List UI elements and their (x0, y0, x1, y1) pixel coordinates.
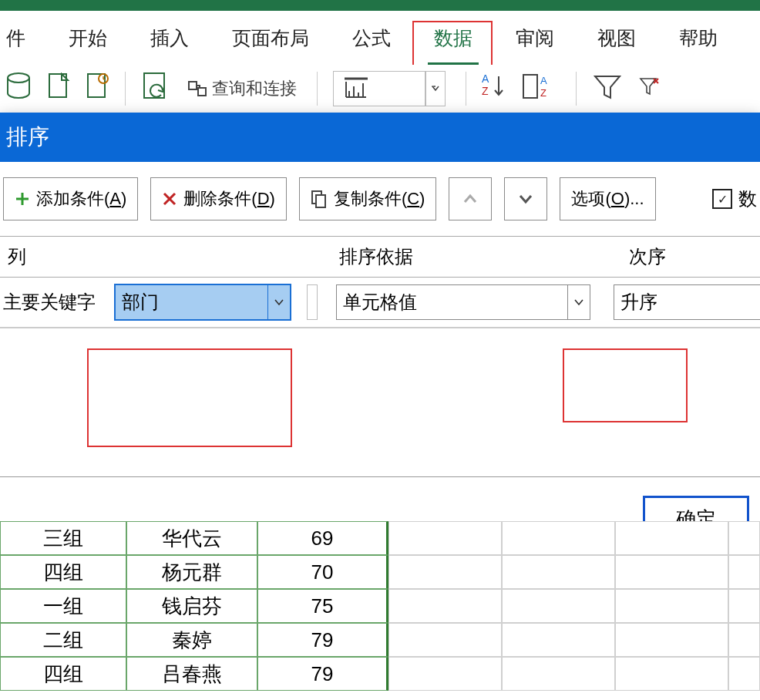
cell[interactable]: 四组 (0, 555, 126, 589)
cell[interactable] (728, 555, 760, 589)
primary-key-label: 主要关键字 (0, 290, 114, 315)
table-row[interactable]: 一组 钱启芬 75 (0, 589, 760, 623)
cell[interactable] (502, 589, 615, 623)
cell[interactable]: 钱启芬 (126, 589, 257, 623)
tab-home[interactable]: 开始 (62, 21, 113, 56)
svg-rect-5 (189, 82, 197, 89)
cell[interactable]: 吕春燕 (126, 657, 257, 691)
chevron-down-icon (519, 194, 533, 204)
cell[interactable] (728, 521, 760, 555)
cell[interactable] (615, 657, 728, 691)
cell[interactable] (388, 623, 502, 657)
table-row[interactable]: 四组 吕春燕 79 (0, 657, 760, 691)
cell[interactable] (388, 521, 502, 555)
sort-column-dropdown[interactable]: 部门 (114, 284, 291, 321)
cell[interactable] (502, 657, 615, 691)
table-row[interactable]: 四组 杨元群 70 (0, 555, 760, 589)
stocks-datatype-icon[interactable] (333, 71, 425, 106)
cell[interactable] (728, 657, 760, 691)
svg-text:A: A (540, 75, 547, 86)
cell[interactable] (728, 589, 760, 623)
x-icon (162, 191, 177, 207)
quick-access-toolbar (0, 0, 760, 11)
cell[interactable] (388, 589, 502, 623)
delete-level-button[interactable]: 删除条件(D) (150, 177, 287, 220)
queries-connections-button[interactable]: 查询和连接 (187, 77, 297, 100)
cell[interactable]: 70 (257, 555, 388, 589)
column-header-order: 次序 (621, 237, 760, 277)
cell[interactable]: 四组 (0, 657, 126, 691)
sort-asc-icon[interactable]: AZ (482, 72, 506, 106)
sort-dialog: 排序 添加条件(A) 删除条件(D) 复制条件(C) (0, 113, 760, 561)
tab-file[interactable]: 件 (0, 21, 32, 56)
svg-point-0 (8, 73, 29, 82)
cell[interactable]: 秦婷 (126, 623, 257, 657)
copy-level-button[interactable]: 复制条件(C) (299, 177, 437, 220)
cell[interactable]: 华代云 (126, 521, 257, 555)
cell[interactable]: 79 (257, 623, 388, 657)
recent-sources-icon[interactable] (86, 72, 109, 105)
svg-rect-2 (88, 74, 105, 97)
split-handle[interactable] (307, 284, 318, 320)
cell[interactable] (615, 521, 728, 555)
column-header-sorton: 排序依据 (331, 237, 621, 277)
move-down-button[interactable] (504, 177, 547, 220)
sort-on-dropdown[interactable]: 单元格值 (336, 284, 590, 320)
cell[interactable]: 75 (257, 589, 388, 623)
filter-icon[interactable] (592, 72, 623, 106)
sort-order-dropdown[interactable]: 升序 (614, 284, 760, 320)
sort-order-value: 升序 (620, 290, 657, 315)
svg-rect-9 (523, 75, 537, 98)
tab-help[interactable]: 帮助 (673, 21, 724, 56)
highlight-column-select (87, 348, 292, 447)
chevron-down-icon (567, 285, 590, 319)
sort-options-button[interactable]: 选项(O)... (560, 177, 655, 220)
queries-connections-label: 查询和连接 (212, 77, 297, 100)
tab-layout[interactable]: 页面布局 (226, 21, 315, 56)
dialog-title: 排序 (0, 113, 760, 162)
table-row[interactable]: 三组 华代云 69 (0, 521, 760, 555)
has-headers-checkbox[interactable]: 数 (712, 187, 757, 211)
tab-formulas[interactable]: 公式 (346, 21, 397, 56)
cell[interactable]: 三组 (0, 521, 126, 555)
cell[interactable]: 一组 (0, 589, 126, 623)
clear-filter-icon[interactable] (638, 76, 661, 102)
ribbon-tabs: 件 开始 插入 页面布局 公式 数据 审阅 视图 帮助 (0, 11, 760, 66)
cell[interactable]: 79 (257, 657, 388, 691)
tab-insert[interactable]: 插入 (144, 21, 195, 56)
cell[interactable] (388, 657, 502, 691)
cell[interactable] (388, 555, 502, 589)
svg-rect-13 (316, 195, 325, 207)
tab-review[interactable]: 审阅 (509, 21, 560, 56)
cell[interactable] (502, 521, 615, 555)
sort-column-value: 部门 (122, 290, 159, 315)
add-level-button[interactable]: 添加条件(A) (3, 177, 138, 220)
refresh-all-icon[interactable] (141, 70, 172, 107)
get-data-icon[interactable] (5, 72, 32, 106)
cell[interactable]: 69 (257, 521, 388, 555)
cell[interactable]: 二组 (0, 623, 126, 657)
chevron-up-icon (463, 194, 477, 204)
sort-on-value: 单元格值 (343, 290, 417, 315)
cell[interactable] (728, 623, 760, 657)
copy-icon (311, 190, 328, 208)
worksheet[interactable]: 三组 华代云 69 四组 杨元群 70 一组 钱启芬 75 二组 (0, 521, 760, 691)
checkbox-icon (712, 189, 732, 209)
plus-icon (15, 191, 30, 207)
cell[interactable] (502, 623, 615, 657)
svg-rect-1 (49, 74, 66, 97)
chevron-down-icon (267, 285, 290, 319)
datatype-arrow-icon[interactable] (425, 71, 446, 106)
cell[interactable]: 杨元群 (126, 555, 257, 589)
svg-rect-6 (198, 88, 206, 96)
sort-dialog-icon[interactable]: AZ (522, 72, 556, 106)
move-up-button[interactable] (449, 177, 492, 220)
table-row[interactable]: 二组 秦婷 79 (0, 623, 760, 657)
cell[interactable] (615, 589, 728, 623)
ribbon-toolbar: 查询和连接 AZ AZ (0, 65, 760, 113)
cell[interactable] (502, 555, 615, 589)
cell[interactable] (615, 555, 728, 589)
from-text-icon[interactable] (48, 72, 71, 105)
tab-view[interactable]: 视图 (591, 21, 642, 56)
cell[interactable] (615, 623, 728, 657)
